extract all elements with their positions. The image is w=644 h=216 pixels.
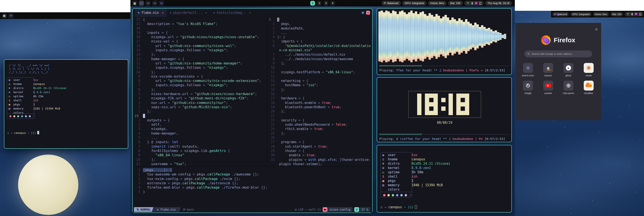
digital-clock [408,91,481,118]
newtab-search-input[interactable]: Search with Google or enter address [524,51,592,57]
bufferline: ❄flake.nix×❄pkgs/default...×❄hosts/isoIm… [132,9,372,17]
shell-prompt[interactable]: ⌂ → canopus ~ ⟩⟩⟩ [380,205,417,209]
launcher-grid-icon[interactable]: ▦ [132,1,137,6]
editor-tab[interactable]: ❄pkgs/default...× [166,9,210,17]
horizontal-split[interactable] [132,166,372,167]
code-line: plugin thunar-volman]; [268,162,372,166]
nix-icon: ❄ [170,11,171,15]
shortcut-chatgpt[interactable]: chatgpt [519,81,537,94]
fetch-row: ◉usertux [382,153,450,157]
code-line: 4}: { [268,35,372,39]
shortcut-claude[interactable]: claude [580,63,598,77]
code-line: 8 ../../modules/nixos/desktop/awesome [268,57,372,61]
user-icon: ◉ [382,153,388,157]
code-line: 15 inputs.nixpkgs.follows = "nixpkgs"; [134,48,266,52]
shell-icon: $ [382,175,388,179]
scroll-icon [354,207,359,212]
vertical-split[interactable] [267,18,267,166]
code-line: 3 astronvim = pkgs.callPackage ./astronv… [134,181,372,185]
workspace-4[interactable]: 4 [330,1,335,6]
right-monitor-bar: P: BalancedGPU: IntegratedHome: 6msBat: … [551,11,644,18]
color-dot [25,115,27,117]
workspace-1[interactable]: 1 [310,1,315,6]
distro-icon: ❄ [382,162,388,166]
fastfetch-terminal-left[interactable]: / \/ ()__ __/ ==\ \/ ==/ | |\ /| | \ \/ … [4,59,128,149]
fastfetch-terminal-right[interactable]: ◉usertux⌂hnamecanopus❄distroNixOS 24.11 … [377,145,512,212]
code-line: 3 nixpkgs, [134,127,266,131]
shortcut-chat.openai[interactable]: chat.openai [559,81,578,94]
hname-icon: ⌂ [382,157,388,162]
fetch-table: ◉usertux⌂hnamecanopus❄distroNixOS 24.11 … [8,78,67,115]
editor-tab[interactable]: ❄flake.nix× [135,9,166,17]
app-icon[interactable]: $W [146,1,151,6]
code-line: 7 inputs.nixpkgs.follows = "nixpkgs"; [134,83,266,87]
app-icon[interactable]: $W [139,1,144,6]
openai-icon [564,81,574,91]
scroll-percent: 17 % [359,207,370,212]
code-line: 9 "x86_64-linux" [134,153,266,157]
shortcut-cloudflare[interactable]: cloudflare [580,81,598,94]
monitor-right: P: BalancedGPU: IntegratedHome: 6msBat: … [515,11,644,216]
nixos-ascii-logo: / \/ ()__ __/ ==\ \/ ==/ | |\ /| | \ \/ … [9,64,50,74]
firefox-window[interactable]: Search with Google or enter address P – … [515,11,602,121]
code-line: 19 inputs = { [134,31,266,35]
personalize-gear-icon[interactable]: ⚙ [595,28,598,31]
color-dot [10,115,12,117]
shortcut-search.nixos[interactable]: search.nixos [519,63,537,77]
cursor [415,205,417,209]
phone-icon[interactable] [639,13,641,16]
fetch-row: ⌂hnamecanopus [382,157,450,162]
clock-digit [417,94,422,115]
code-line: 18 bluetooth.enable = true; [268,101,372,105]
memory-icon: ▤ [8,107,13,111]
editor-pane-flake-nix[interactable]: 22{21 description = "tux's NixOS Flake";… [134,18,266,166]
workspace-3[interactable]: 3 [324,1,328,6]
pick-button[interactable]: ◉ [361,11,365,15]
cava-visualizer-window[interactable]: =====================> Playing: ffee for… [377,8,512,75]
shortcut-github[interactable]: ●github [559,63,578,77]
bluetooth-icon[interactable] [471,2,473,5]
code-line: 10 [268,66,372,70]
bluetooth-icon[interactable] [631,13,633,16]
close-icon[interactable]: × [162,11,164,15]
color-dot [383,194,386,196]
code-line: 4 home-manager, [134,131,266,136]
launcher-grid-icon[interactable]: ▦ [2,13,7,18]
youtube-icon [543,81,553,91]
github-icon: ● [564,63,574,73]
editor-tab[interactable]: ❄hosts/isoImag..× [210,9,254,17]
nixos-icon [523,63,533,73]
app-icon[interactable]: $W [159,1,164,6]
code-line: 11 username = "tux"; [134,162,266,166]
editor-pane-iso-config[interactable]: 1{1 pkgs,2 modulesPath,3 ...4}: {5 impor… [268,18,372,166]
color-dot [392,194,394,196]
terminal-color-dots [383,194,411,196]
code-line: 9 nix-vscode-extensions = { [134,74,266,79]
workspace-2[interactable]: 2 [317,1,322,6]
editor-pane-default-nix[interactable]: 1{pkgs, ...}: {1 tux-awesome-wm-config =… [134,168,372,195]
phone-icon[interactable] [479,2,481,5]
close-window-button[interactable]: × [366,11,370,15]
uptime-icon: ↻ [8,95,13,99]
shortcut-youtube[interactable]: youtube [539,81,558,94]
network-icon[interactable] [626,13,629,16]
fetch-row: ⌂hnamecanopus [8,82,67,86]
code-line: 23 [134,114,266,118]
tty-clock-window[interactable]: 08/08/24 =====================> Playing:… [377,77,512,142]
shell-prompt[interactable]: ⌂ → canopus ~ ⟩⟩⟩ [7,131,39,134]
app-icon[interactable]: $W [152,1,157,6]
volume-icon[interactable] [475,2,478,5]
neovim-editor-window[interactable]: ❄flake.nix×❄pkgs/default...×❄hosts/isoIm… [132,8,372,213]
bar-module: Bat: 100 [610,12,623,16]
code-line: 11 nixpkgs.hostPlatform = "x86_64-linux"… [268,70,372,74]
code-line: 2 modulesPath, [268,26,372,31]
volume-icon[interactable] [635,13,638,16]
network-icon[interactable] [467,2,470,5]
app-icon[interactable]: $W [8,13,14,18]
code-line: 29 thunar = { [268,149,372,153]
shortcut-amazon[interactable]: aamazon [539,63,558,77]
close-icon[interactable]: × [205,11,207,15]
fetch-row: ⚙kernel6.9.8-zen1 [382,166,450,170]
close-icon[interactable]: × [249,11,250,15]
separator-line: =====================> [379,132,509,136]
